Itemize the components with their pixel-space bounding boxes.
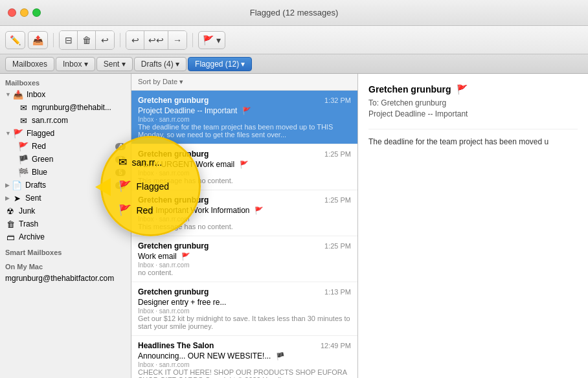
blue-flag-icon: 🏁	[18, 168, 28, 177]
junk-button[interactable]: ↩	[96, 31, 114, 49]
green-flag-icon: 🏴	[18, 155, 28, 164]
sent-icon: ➤	[12, 194, 22, 203]
minimize-button[interactable]	[20, 8, 28, 17]
delete-button[interactable]: 🗑	[78, 31, 96, 49]
flag-red-1: 🚩	[240, 161, 249, 168]
separator-3	[192, 33, 193, 47]
flag-red-3: 🚩	[181, 252, 190, 260]
tab-flagged[interactable]: Flagged (12) ▾	[188, 57, 252, 71]
sidebar-section-mailboxes: Mailboxes	[0, 74, 131, 88]
junk-icon: ☢	[5, 206, 16, 216]
action-group: ⊟ 🗑 ↩	[59, 30, 115, 50]
separator-2	[120, 33, 120, 47]
reply-group: ↩ ↩↩ →	[126, 30, 187, 50]
mail-icon-2: ✉	[18, 116, 28, 126]
inbox-sub-items: ✉ mgrunburg@thehabit... ✉ san.rr.com	[0, 101, 131, 127]
archive-button[interactable]: ⊟	[60, 31, 78, 49]
flag-green-5: 🏴	[276, 352, 285, 360]
email-row-4[interactable]: Gretchen grunburg 1:13 PM Designer entry…	[131, 282, 357, 336]
window-title: Flagged (12 messages)	[250, 8, 339, 17]
flag-red-2: 🚩	[254, 206, 264, 214]
popup-red-icon: 🚩	[119, 204, 131, 216]
separator-1	[53, 33, 54, 47]
inbox-icon: 📥	[13, 90, 23, 100]
tab-inbox[interactable]: Inbox ▾	[56, 57, 95, 71]
traffic-lights	[8, 8, 41, 17]
trash-icon: 🗑	[5, 219, 16, 229]
forward-button[interactable]: →	[168, 31, 187, 49]
close-button[interactable]	[8, 8, 16, 17]
sidebar-section-onmymac: On My Mac	[0, 258, 131, 272]
get-mail-button[interactable]: 📤	[28, 31, 48, 49]
reply-button[interactable]: ↩	[126, 31, 144, 49]
titlebar: Flagged (12 messages)	[0, 0, 588, 26]
sidebar-section-smart: Smart Mailboxes	[0, 243, 131, 258]
sidebar-item-account[interactable]: mgrunburg@thehabitfactor.com	[0, 272, 131, 285]
yellow-circle: ✉ san.rr... 🚩 Flagged 🚩 Red	[100, 136, 201, 236]
reply-all-button[interactable]: ↩↩	[144, 31, 168, 49]
drafts-expand-arrow: ▶	[5, 182, 10, 188]
tab-mailboxes[interactable]: Mailboxes	[5, 57, 54, 71]
flagged-expand-arrow: ▼	[5, 130, 11, 137]
main-content: Mailboxes ▼ 📥 Inbox ✉ mgrunburg@thehabit…	[0, 74, 588, 378]
drafts-icon: 📄	[12, 181, 22, 190]
list-sort-header[interactable]: Sort by Date ▾	[131, 74, 357, 91]
tab-sent[interactable]: Sent ▾	[96, 57, 133, 71]
tabbar: Mailboxes Inbox ▾ Sent ▾ Drafts (4) ▾ Fl…	[0, 54, 588, 74]
flag-red-0: 🚩	[242, 107, 251, 115]
sent-expand-arrow: ▶	[5, 195, 10, 201]
popup-item-red[interactable]: 🚩 Red	[112, 200, 190, 220]
tab-drafts[interactable]: Drafts (4) ▾	[134, 57, 187, 71]
red-flag-icon: 🚩	[18, 142, 28, 151]
email-row-5[interactable]: Headlines The Salon 12:49 PM Announcing.…	[131, 336, 357, 378]
email-detail: Gretchen grunburg 🚩 To: Gretchen grunbur…	[358, 74, 588, 378]
popup-circle: ✉ san.rr... 🚩 Flagged 🚩 Red	[94, 133, 210, 243]
sidebar-item-account-habit[interactable]: ✉ mgrunburg@thehabit...	[13, 101, 131, 114]
compose-button[interactable]: ✏️	[5, 31, 25, 49]
popup-item-flagged[interactable]: 🚩 Flagged	[112, 176, 190, 196]
email-row-3[interactable]: Gretchen grunburg 1:25 PM Work email 🚩 I…	[131, 236, 357, 282]
detail-flag-icon: 🚩	[457, 84, 468, 94]
sidebar-item-account-san[interactable]: ✉ san.rr.com	[13, 114, 131, 127]
toolbar: ✏️ 📤 ⊟ 🗑 ↩ ↩ ↩↩ → 🚩 ▾	[0, 26, 588, 54]
popup-account-icon: ✉	[119, 156, 127, 168]
archive-icon: 🗃	[5, 232, 16, 242]
popup-flagged-icon: 🚩	[119, 180, 131, 192]
mail-icon: ✉	[18, 103, 28, 113]
sidebar-item-inbox[interactable]: ▼ 📥 Inbox	[0, 88, 131, 101]
flagged-icon: 🚩	[13, 129, 23, 139]
zoom-button[interactable]	[32, 8, 41, 17]
popup-overlay: ✉ san.rr... 🚩 Flagged 🚩 Red	[94, 133, 210, 243]
inbox-expand-arrow: ▼	[5, 91, 11, 98]
popup-item-san[interactable]: ✉ san.rr...	[112, 152, 190, 172]
detail-header: Gretchen grunburg 🚩 To: Gretchen grunbur…	[368, 84, 578, 118]
flag-button[interactable]: 🚩 ▾	[198, 31, 225, 49]
